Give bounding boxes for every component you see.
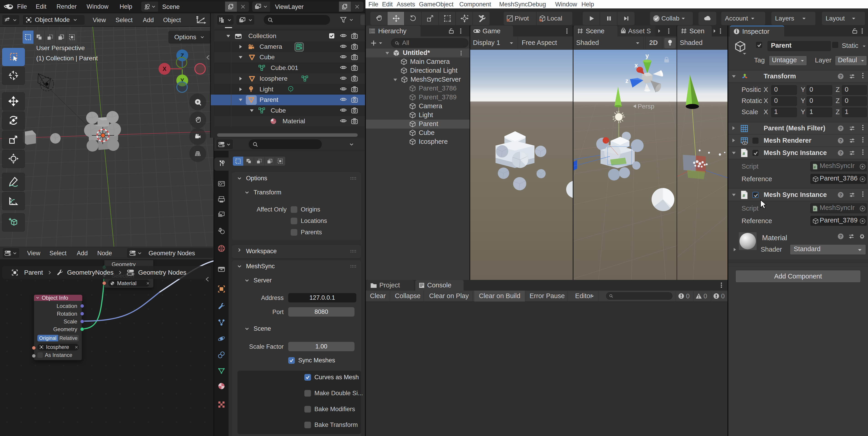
svg-text:#: # [742,151,745,156]
svg-text:y: y [645,52,649,59]
svg-text:#: # [813,207,816,211]
svg-text:z: z [625,78,628,84]
svg-text:#: # [813,166,816,170]
svg-text:Persp: Persp [638,103,654,110]
svg-text:x: x [634,62,638,69]
svg-text:#: # [742,193,745,199]
svg-text:X: X [163,66,166,72]
